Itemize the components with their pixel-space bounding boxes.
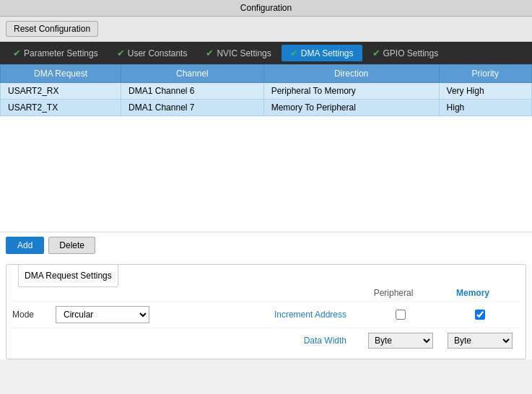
tab-parameter[interactable]: ✔ Parameter Settings (4, 45, 107, 61)
check-icon: ✔ (372, 48, 380, 58)
col-direction: Direction (263, 65, 439, 83)
table-row[interactable]: USART2_TX DMA1 Channel 7 Memory To Perip… (1, 100, 532, 116)
window-title: Configuration (0, 0, 532, 17)
settings-group-legend: DMA Request Settings (18, 264, 118, 287)
main-content: DMA Request Channel Direction Priority U… (0, 64, 532, 359)
peripheral-header: Peripheral (354, 288, 433, 298)
dma-table-container: DMA Request Channel Direction Priority U… (0, 64, 532, 116)
check-icon: ✔ (117, 48, 125, 58)
col-priority: Priority (439, 65, 531, 83)
col-dma-request: DMA Request (1, 65, 121, 83)
settings-inner: Peripheral Memory Mode Circular Normal I… (12, 288, 520, 353)
mode-row: Mode Circular Normal Increment Address (12, 301, 520, 328)
reset-config-button[interactable]: Reset Configuration (6, 21, 98, 37)
tab-user-constants[interactable]: ✔ User Constants (108, 45, 196, 61)
cell-channel: DMA1 Channel 6 (121, 83, 264, 100)
memory-data-width-cell: Byte Half Word Word (440, 333, 520, 349)
toolbar: Reset Configuration (0, 17, 532, 42)
mode-select[interactable]: Circular Normal (56, 306, 149, 323)
cell-priority: High (439, 100, 531, 116)
delete-button[interactable]: Delete (48, 237, 95, 254)
action-buttons: Add Delete (0, 232, 532, 258)
memory-increment-cell (440, 310, 520, 320)
check-icon: ✔ (206, 48, 214, 58)
increment-label: Increment Address (149, 310, 361, 320)
data-width-row: Data Width Byte Half Word Word Byte Half… (12, 328, 520, 353)
increment-checkboxes (361, 310, 520, 320)
tab-nvic[interactable]: ✔ NVIC Settings (197, 45, 279, 61)
data-width-label: Data Width (12, 336, 361, 346)
title-bar: Configuration (0, 0, 532, 17)
dma-request-settings: DMA Request Settings Peripheral Memory M… (6, 264, 526, 359)
col-channel: Channel (121, 65, 264, 83)
cell-direction: Memory To Peripheral (263, 100, 439, 116)
peripheral-data-width-select[interactable]: Byte Half Word Word (368, 333, 433, 349)
memory-increment-checkbox[interactable] (475, 310, 485, 320)
check-icon: ✔ (13, 48, 21, 58)
tab-bar: ✔ Parameter Settings ✔ User Constants ✔ … (0, 42, 532, 64)
peripheral-data-width-cell: Byte Half Word Word (361, 333, 440, 349)
peripheral-increment-checkbox[interactable] (396, 310, 406, 320)
cell-priority: Very High (439, 83, 531, 100)
tab-gpio[interactable]: ✔ GPIO Settings (364, 45, 448, 61)
memory-data-width-select[interactable]: Byte Half Word Word (448, 333, 513, 349)
mode-label: Mode (12, 310, 56, 320)
cell-direction: Peripheral To Memory (263, 83, 439, 100)
dma-table: DMA Request Channel Direction Priority U… (0, 64, 532, 116)
memory-header: Memory (433, 288, 513, 298)
check-icon: ✔ (290, 48, 298, 58)
cell-request: USART2_TX (1, 100, 121, 116)
add-button[interactable]: Add (6, 237, 44, 254)
peripheral-increment-cell (361, 310, 440, 320)
table-row[interactable]: USART2_RX DMA1 Channel 6 Peripheral To M… (1, 83, 532, 100)
tab-dma[interactable]: ✔ DMA Settings (282, 45, 362, 61)
cell-request: USART2_RX (1, 83, 121, 100)
cell-channel: DMA1 Channel 7 (121, 100, 264, 116)
data-width-selects: Byte Half Word Word Byte Half Word Word (361, 333, 520, 349)
col-headers: Peripheral Memory (12, 288, 520, 298)
